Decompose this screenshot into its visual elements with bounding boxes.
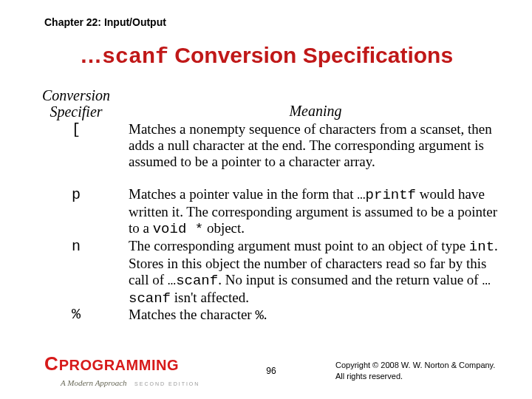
title-prefix: … [80,43,102,67]
column-specifier: Conversion Specifier [ p n % [28,87,124,324]
title-rest: Conversion Specifications [168,43,453,67]
chapter-label: Chapter 22: Input/Output [44,16,166,28]
spec-n: n [28,238,124,306]
spec-p: p [28,186,124,238]
book-logo: CPROGRAMMING A Modern Approach SECOND ED… [44,352,207,389]
logo-subtitle: A Modern Approach [61,378,127,387]
copyright-line1: Copyright © 2008 W. W. Norton & Company. [335,360,505,370]
logo-programming: PROGRAMMING [59,357,179,374]
header-specifier: Conversion Specifier [28,87,124,120]
header-meaning: Meaning [129,87,502,120]
copyright: Copyright © 2008 W. W. Norton & Company.… [335,360,505,381]
copyright-line2: All rights reserved. [335,371,505,381]
meaning-n: The corresponding argument must point to… [129,238,502,307]
logo-edition: SECOND EDITION [134,381,200,386]
footer: CPROGRAMMING A Modern Approach SECOND ED… [44,352,505,389]
meaning-bracket: Matches a nonempty sequence of character… [129,121,502,186]
logo-c-letter: C [44,352,58,375]
spec-percent: % [28,306,124,324]
column-meaning: Meaning Matches a nonempty sequence of c… [124,87,502,324]
spec-bracket: [ [28,121,124,186]
page-number: 96 [266,366,276,376]
conversion-table: Conversion Specifier [ p n % Meaning Mat… [28,87,502,324]
slide-title: …scanf Conversion Specifications [80,43,453,69]
meaning-percent: Matches the character %. [129,307,502,324]
title-mono: scanf [102,44,168,69]
meaning-p: Matches a pointer value in the form that… [129,186,502,238]
